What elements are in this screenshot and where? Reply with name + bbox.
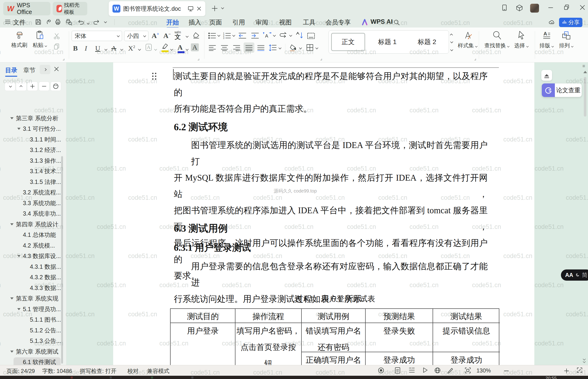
scroll-up-icon[interactable] bbox=[583, 71, 587, 73]
redo-icon[interactable] bbox=[93, 19, 100, 26]
toc-item[interactable]: 3.1.2 经济... bbox=[0, 145, 66, 155]
toc-item[interactable]: 3.4 系统非功... bbox=[0, 209, 66, 219]
new-tab-icon[interactable] bbox=[211, 5, 218, 12]
toc-collapse-triangle-icon[interactable] bbox=[17, 128, 20, 130]
toc-item[interactable]: 4.3.3 数据... bbox=[0, 283, 66, 293]
line-spacing-chevron-icon[interactable] bbox=[279, 46, 282, 49]
toc-item[interactable]: 第四章 系统设计 bbox=[0, 219, 66, 229]
typeset-button[interactable]: A 排版 bbox=[539, 30, 554, 49]
wrap-chevron-icon[interactable] bbox=[289, 34, 292, 37]
share-button[interactable]: 分享 bbox=[559, 18, 582, 27]
paste-button[interactable]: 粘贴 bbox=[33, 30, 47, 49]
wps-ai-menu[interactable]: WPS AI bbox=[370, 18, 393, 25]
tab-docer-template[interactable]: 找稻壳模板 bbox=[53, 2, 87, 16]
menu-tab-1[interactable]: 插入 bbox=[188, 18, 201, 27]
web-view-icon[interactable] bbox=[434, 367, 441, 374]
toc-item[interactable]: 4.2 系统模... bbox=[0, 240, 66, 250]
toc-item[interactable]: 4.3.1 数据... bbox=[0, 262, 66, 271]
login-test-table[interactable]: 测试目的操作流程测试用例预测结果测试结果用户登录填写用户名密码，点击首页登录按钮… bbox=[170, 308, 499, 365]
format-painter-button[interactable]: 格式刷 bbox=[11, 31, 27, 49]
menu-tab-2[interactable]: 页面 bbox=[209, 18, 222, 27]
select-button[interactable]: 选择 bbox=[514, 30, 528, 49]
borders-chevron-icon[interactable] bbox=[316, 46, 319, 49]
sidebar-scrollbar-thumb[interactable] bbox=[61, 156, 63, 363]
increase-font-icon[interactable]: A+ bbox=[152, 32, 159, 40]
pinyin-guide-icon[interactable]: wén文 bbox=[175, 30, 181, 40]
next-page-icon[interactable] bbox=[583, 357, 585, 363]
toc-item[interactable]: 3.2 系统流程... bbox=[0, 188, 66, 197]
user-avatar[interactable] bbox=[530, 4, 539, 13]
toc-item[interactable]: 3.1.1 时间... bbox=[0, 134, 66, 144]
strikethrough-button[interactable]: A bbox=[111, 44, 117, 52]
clipboard-expander-icon[interactable]: ⌟ bbox=[63, 55, 65, 61]
cloud-sync-icon[interactable] bbox=[548, 19, 555, 26]
style-heading1[interactable]: 标题 1 bbox=[370, 33, 405, 51]
toc-item[interactable]: 4.3.2 数据... bbox=[0, 272, 66, 282]
proofread-button[interactable]: 校对 bbox=[127, 367, 139, 375]
toc-item[interactable]: 第五章 系统实现 bbox=[0, 294, 66, 303]
find-replace-button[interactable]: 查找替换 bbox=[484, 30, 509, 49]
tab-list-chevron-icon[interactable] bbox=[221, 6, 224, 9]
tab-wps-home[interactable]: W WPS Office bbox=[3, 2, 50, 16]
bullet-list-icon[interactable] bbox=[208, 32, 216, 39]
numbered-list-icon[interactable]: 123 bbox=[223, 32, 231, 39]
file-menu[interactable]: 文件 bbox=[13, 18, 26, 27]
zoom-level[interactable]: 130% bbox=[476, 367, 491, 374]
wrap-direction-icon[interactable] bbox=[279, 32, 287, 39]
outline-view-icon[interactable] bbox=[408, 367, 415, 373]
play-presentation-icon[interactable] bbox=[422, 367, 428, 373]
ruler-toggle-icon[interactable]: ≡ bbox=[582, 63, 585, 69]
toc-item[interactable]: 3.1 可行性分... bbox=[0, 124, 66, 134]
decrease-font-icon[interactable]: A− bbox=[163, 32, 171, 40]
font-color-chevron-icon[interactable] bbox=[186, 48, 189, 51]
export-pdf-icon[interactable] bbox=[46, 19, 52, 25]
pinyin-chevron-icon[interactable] bbox=[186, 35, 189, 38]
highlight-chevron-icon[interactable] bbox=[170, 48, 173, 51]
highlight-color-button[interactable] bbox=[161, 43, 168, 50]
font-size-select[interactable]: 小四 bbox=[124, 31, 148, 41]
sort-icon[interactable] bbox=[296, 32, 304, 39]
bold-button[interactable]: B bbox=[73, 44, 78, 52]
toc-collapse-all-button[interactable] bbox=[39, 81, 50, 91]
windows-taskbar[interactable]: 20:55 bbox=[0, 376, 588, 379]
taskbar-app-icon[interactable] bbox=[71, 377, 73, 379]
decrease-indent-icon[interactable] bbox=[238, 32, 246, 39]
spellcheck-status[interactable]: 拼写检查: 打开 bbox=[80, 367, 117, 375]
toc-next-heading-button[interactable] bbox=[5, 81, 16, 91]
toc-prev-heading-button[interactable] bbox=[16, 81, 27, 91]
menu-tab-7[interactable]: 会员专享 bbox=[325, 18, 351, 27]
reading-tools-pill[interactable]: AA 简 bbox=[561, 269, 588, 281]
page-view-icon[interactable] bbox=[394, 367, 401, 374]
align-distribute-icon[interactable] bbox=[257, 45, 265, 51]
toc-item[interactable]: 5.1 管理员功... bbox=[0, 304, 66, 314]
undo-chevron-icon[interactable] bbox=[87, 22, 90, 25]
toc-item[interactable]: 5.1.1 图书... bbox=[0, 315, 66, 325]
text-effects-chevron-icon[interactable] bbox=[154, 48, 157, 51]
taskbar-app-icon[interactable] bbox=[191, 377, 193, 379]
increase-indent-icon[interactable] bbox=[251, 32, 259, 39]
toc-collapse-triangle-icon[interactable] bbox=[10, 350, 14, 353]
paragraph-expander-icon[interactable]: ⌟ bbox=[320, 55, 322, 61]
sidebar-tab-chapters[interactable]: 章节 bbox=[23, 66, 35, 74]
toc-item[interactable]: 5.1.2 公告... bbox=[0, 325, 66, 335]
align-right-icon[interactable] bbox=[233, 45, 240, 51]
clear-format-icon[interactable] bbox=[192, 31, 200, 39]
toc-collapse-triangle-icon[interactable] bbox=[17, 255, 20, 257]
font-color-button[interactable]: A bbox=[178, 43, 183, 51]
toc-item[interactable]: 5.1.3 公告... bbox=[0, 336, 66, 346]
show-marks-icon[interactable] bbox=[307, 33, 315, 39]
paragraph-drag-handle-icon[interactable] bbox=[152, 73, 157, 81]
underline-button[interactable]: U bbox=[95, 44, 100, 52]
restore-window-icon[interactable] bbox=[563, 4, 570, 11]
toc-expand-all-button[interactable] bbox=[27, 81, 38, 91]
gallery-more-icon[interactable] bbox=[450, 48, 453, 51]
shading-bucket-icon[interactable] bbox=[289, 44, 297, 51]
eye-protect-icon[interactable] bbox=[378, 367, 385, 374]
menu-tab-6[interactable]: 工具 bbox=[303, 18, 316, 27]
toc-collapse-triangle-icon[interactable] bbox=[10, 117, 14, 119]
minimize-window-icon[interactable] bbox=[547, 4, 554, 11]
document-scrollbar-thumb[interactable] bbox=[584, 77, 586, 117]
strikethrough-chevron-icon[interactable] bbox=[120, 48, 123, 51]
toc-collapse-triangle-icon[interactable] bbox=[17, 308, 20, 310]
style-set-button[interactable]: 样式集 bbox=[458, 31, 477, 49]
